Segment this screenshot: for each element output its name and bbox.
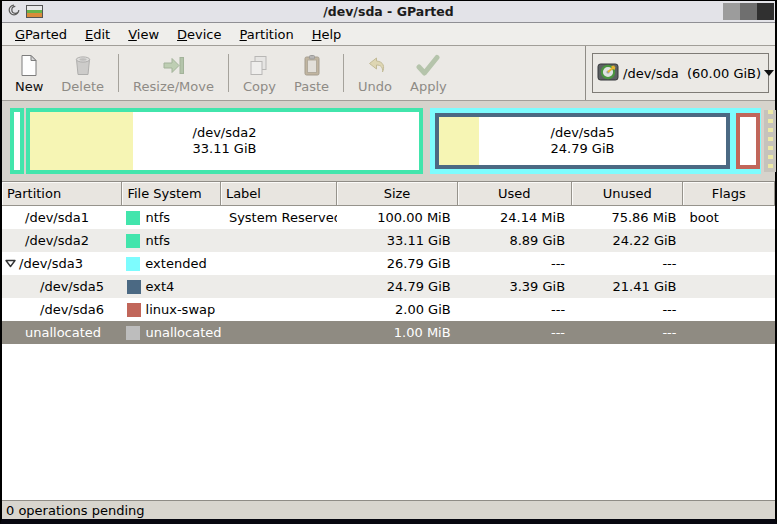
column-header-unused: Unused [572, 182, 683, 206]
table-row-dev-sda6[interactable]: /dev/sda6linux-swap2.00 GiB------ [2, 298, 775, 321]
undo-button[interactable]: Undo [349, 49, 401, 97]
cell-used: --- [458, 321, 572, 344]
cell-flags [684, 298, 776, 321]
column-header-label: Label [221, 182, 337, 206]
column-header-size: Size [337, 182, 457, 206]
toolbar-separator [228, 54, 229, 92]
apply-button[interactable]: Apply [401, 49, 456, 97]
table-empty-area [2, 344, 775, 500]
partition-name: unallocated [25, 325, 101, 340]
cell-used: 8.89 GiB [458, 229, 572, 252]
column-header-partition: Partition [2, 182, 122, 206]
chevron-down-icon [764, 70, 774, 76]
table-row-dev-sda3[interactable]: /dev/sda3extended26.79 GiB------ [2, 252, 775, 275]
gparted-window: /dev/sda - GParted GPartedEditViewDevice… [0, 0, 777, 524]
window-title: /dev/sda - GParted [62, 4, 715, 19]
cell-label [221, 321, 337, 344]
menu-item-device[interactable]: Device [168, 25, 230, 44]
title-bar[interactable]: /dev/sda - GParted [2, 1, 775, 23]
filesystem-color-swatch [127, 303, 141, 317]
toolbar-separator [343, 54, 344, 92]
window-menu-swirl-icon[interactable] [7, 3, 21, 20]
partition-table: PartitionFile SystemLabelSizeUsedUnusedF… [2, 181, 775, 500]
disk-segment-unallocated-strip[interactable] [764, 110, 776, 172]
filesystem-color-swatch [126, 211, 140, 225]
disk-segment-sda6[interactable] [736, 113, 760, 169]
disk-segment-sda3-extended[interactable]: /dev/sda524.79 GiB [430, 108, 761, 174]
trash-icon [71, 52, 95, 78]
cell-flags [684, 275, 776, 298]
menu-item-view[interactable]: View [119, 25, 168, 44]
copy-button-label: Copy [243, 79, 276, 94]
cell-unused: --- [572, 252, 683, 275]
disk-segment-label: /dev/sda524.79 GiB [439, 117, 726, 165]
column-header-file-system: File System [122, 182, 221, 206]
table-header: PartitionFile SystemLabelSizeUsedUnusedF… [2, 182, 775, 206]
disk-segment-sda2[interactable]: /dev/sda233.11 GiB [26, 108, 423, 174]
filesystem-type: linux-swap [146, 302, 216, 317]
device-selector-panel: /dev/sda (60.00 GiB) [585, 46, 775, 100]
partition-name: /dev/sda3 [19, 256, 83, 271]
cell-size: 33.11 GiB [337, 229, 457, 252]
apply-check-icon [415, 52, 441, 78]
close-button[interactable] [757, 3, 774, 20]
new-button-label: New [15, 79, 43, 94]
table-body: /dev/sda1ntfsSystem Reserved100.00 MiB24… [2, 206, 775, 344]
filesystem-color-swatch [126, 257, 140, 271]
filesystem-color-swatch [126, 326, 140, 340]
table-row-dev-sda1[interactable]: /dev/sda1ntfsSystem Reserved100.00 MiB24… [2, 206, 775, 229]
delete-button[interactable]: Delete [52, 49, 113, 97]
partition-name: /dev/sda1 [25, 210, 89, 225]
cell-size: 2.00 GiB [337, 298, 457, 321]
filesystem-type: ntfs [145, 233, 170, 248]
disk-visual-panel: /dev/sda233.11 GiB/dev/sda524.79 GiB [2, 101, 775, 181]
table-row-dev-sda5[interactable]: /dev/sda5ext424.79 GiB3.39 GiB21.41 GiB [2, 275, 775, 298]
filesystem-type: extended [145, 256, 206, 271]
resize-move-button-label: Resize/Move [133, 79, 214, 94]
table-row-unallocated[interactable]: unallocatedunallocated1.00 MiB------ [2, 321, 775, 344]
partition-name: /dev/sda6 [40, 302, 104, 317]
cell-size: 26.79 GiB [337, 252, 457, 275]
cell-used: --- [458, 252, 572, 275]
device-selector-label: /dev/sda (60.00 GiB) [623, 66, 761, 81]
menu-item-gparted[interactable]: GParted [6, 25, 76, 44]
disk-segment-label: /dev/sda233.11 GiB [30, 112, 419, 170]
disk-visual-bar: /dev/sda233.11 GiB/dev/sda524.79 GiB [8, 108, 773, 174]
new-button[interactable]: New [6, 49, 52, 97]
new-document-icon [17, 52, 41, 78]
filesystem-type: unallocated [145, 325, 220, 340]
maximize-button[interactable] [740, 3, 757, 20]
table-row-dev-sda2[interactable]: /dev/sda2ntfs33.11 GiB8.89 GiB24.22 GiB [2, 229, 775, 252]
filesystem-color-swatch [126, 234, 140, 248]
resize-move-button[interactable]: Resize/Move [124, 49, 223, 97]
filesystem-type: ntfs [145, 210, 170, 225]
filesystem-color-swatch [127, 280, 141, 294]
cell-used: 3.39 GiB [458, 275, 572, 298]
cell-size: 1.00 MiB [337, 321, 457, 344]
copy-button[interactable]: Copy [234, 49, 285, 97]
status-text: 0 operations pending [6, 503, 145, 518]
minimize-button[interactable] [723, 3, 740, 20]
menu-item-partition[interactable]: Partition [231, 25, 303, 44]
cell-label [221, 229, 337, 252]
gparted-app-icon [26, 5, 43, 18]
cell-unused: 24.22 GiB [572, 229, 683, 252]
toolbar-buttons: NewDeleteResize/MoveCopyPasteUndoApply [2, 46, 585, 100]
copy-icon [247, 52, 271, 78]
device-selector-dropdown[interactable]: /dev/sda (60.00 GiB) [592, 53, 769, 93]
status-bar: 0 operations pending [2, 500, 775, 519]
menu-item-edit[interactable]: Edit [76, 25, 119, 44]
cell-size: 24.79 GiB [337, 275, 457, 298]
paste-button-label: Paste [294, 79, 329, 94]
column-header-flags: Flags [683, 182, 775, 206]
disk-segment-sda5[interactable]: /dev/sda524.79 GiB [435, 113, 730, 169]
menu-item-help[interactable]: Help [303, 25, 351, 44]
expander-open-icon[interactable] [2, 259, 19, 268]
cell-unused: 75.86 MiB [572, 206, 683, 229]
disk-segment-sda1[interactable] [10, 108, 24, 174]
resize-arrow-icon [161, 52, 187, 78]
paste-clipboard-icon [300, 52, 324, 78]
paste-button[interactable]: Paste [285, 49, 338, 97]
cell-flags [683, 321, 775, 344]
window-controls [715, 3, 775, 20]
